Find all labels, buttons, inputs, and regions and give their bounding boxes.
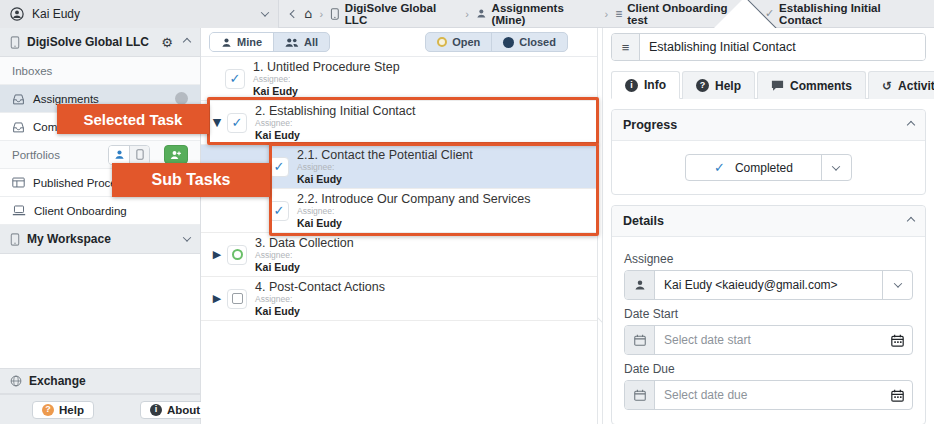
calendar-picker-icon[interactable] — [882, 326, 912, 354]
task-checkbox[interactable]: ✓ — [227, 113, 247, 133]
task-checkbox[interactable]: ✓ — [269, 201, 289, 221]
help-icon: ? — [42, 404, 54, 416]
sidebar-footer: ? Help i About — [0, 394, 200, 424]
progress-card: Progress ✓ Completed — [611, 109, 926, 195]
task-row[interactable]: ✓ 1. Untitled Procedure Step Assignee: K… — [201, 57, 597, 101]
question-icon: ? — [696, 79, 709, 92]
breadcrumb-separator: › — [605, 8, 609, 20]
check-icon: ✓ — [232, 115, 243, 130]
gear-icon[interactable]: ⚙ — [161, 35, 173, 50]
task-row[interactable]: ▼ ✓ 2. Establishing Initial Contact Assi… — [201, 101, 597, 145]
assignee-select[interactable]: Kai Eudy <kaieudy@gmail.com> — [624, 270, 913, 300]
check-icon: ✓ — [274, 203, 285, 218]
sidebar-section-inboxes: Inboxes — [0, 57, 200, 85]
app-window: Kai Eudy ⌂ › DigiSolve Global LLC › Assi… — [0, 0, 934, 424]
exchange-label: Exchange — [29, 374, 190, 388]
task-row[interactable]: ▶ 4. Post-Contact Actions Assignee: Kai … — [201, 277, 597, 321]
filter-all-button[interactable]: All — [273, 33, 329, 51]
open-closed-toggle: Open Closed — [425, 32, 568, 52]
sidebar-item-assignments[interactable]: Assignments — [0, 85, 200, 113]
portfolio-view-toggle[interactable] — [108, 145, 150, 165]
sidebar-item-comments[interactable]: Comments — [0, 113, 200, 141]
about-button[interactable]: i About — [140, 401, 210, 419]
sidebar-workspace-header[interactable]: My Workspace — [0, 225, 200, 254]
sidebar-item-label: Assignments — [33, 93, 99, 105]
detail-tabs: i Info ? Help Comments ↺ Activity — [611, 70, 926, 99]
dropdown-caret[interactable] — [821, 155, 851, 180]
sidebar-item-label: Published Procedures — [33, 177, 146, 189]
assignee-field-label: Assignee — [624, 252, 913, 266]
filter-mine-button[interactable]: Mine — [210, 33, 273, 51]
assignee-name: Kai Eudy — [255, 305, 385, 317]
sidebar-org-header[interactable]: DigiSolve Global LLC ⚙ — [0, 28, 200, 57]
filter-closed-button[interactable]: Closed — [491, 33, 567, 51]
assignee-label: Assignee: — [297, 207, 530, 217]
inbox-tray-icon — [12, 121, 25, 133]
sidebar-section-portfolios: Portfolios — [0, 141, 200, 169]
tab-info[interactable]: i Info — [611, 71, 680, 99]
calendar-picker-icon[interactable] — [882, 381, 912, 409]
tablet-icon — [330, 8, 340, 20]
breadcrumb-org[interactable]: DigiSolve Global LLC — [330, 2, 458, 26]
chevron-up-icon[interactable] — [183, 38, 191, 46]
task-title: 1. Untitled Procedure Step — [253, 60, 400, 74]
open-circle-icon — [232, 249, 243, 260]
tablet-icon — [10, 36, 20, 49]
task-checkbox[interactable]: ✓ — [269, 157, 289, 177]
tablet-view-icon[interactable] — [129, 146, 149, 164]
task-checkbox-unchecked[interactable] — [227, 289, 247, 309]
filter-open-button[interactable]: Open — [426, 33, 491, 51]
sidebar-org-name: DigiSolve Global LLC — [27, 35, 154, 49]
user-menu[interactable]: Kai Eudy — [0, 0, 279, 28]
task-row-selected[interactable]: ✓ 2.1. Contact the Potential Client Assi… — [201, 145, 597, 189]
assignee-label: Assignee: — [255, 251, 354, 261]
date-due-input[interactable] — [655, 381, 882, 409]
person-view-icon[interactable] — [109, 146, 129, 164]
check-icon: ✓ — [714, 160, 725, 175]
details-card-body: Assignee Kai Eudy <kaieudy@gmail.com> Da… — [612, 237, 925, 424]
progress-status-dropdown[interactable]: ✓ Completed — [685, 154, 852, 181]
chevron-down-icon — [183, 233, 191, 241]
task-detail-panel: ≡ i Info ? Help Comments ↺ Activity — [602, 28, 934, 424]
task-checkbox[interactable]: ✓ — [225, 69, 245, 89]
breadcrumb-assignments[interactable]: Assignments (Mine) — [476, 2, 598, 26]
task-title: 2. Establishing Initial Contact — [255, 104, 416, 118]
tab-comments[interactable]: Comments — [757, 71, 866, 99]
tab-activity[interactable]: ↺ Activity — [868, 71, 934, 99]
collapse-icon[interactable] — [907, 217, 915, 225]
tablet-icon — [10, 233, 20, 246]
caret-expanded-icon[interactable]: ▼ — [209, 116, 225, 129]
caret-collapsed-icon[interactable]: ▶ — [209, 248, 225, 261]
help-button[interactable]: ? Help — [32, 401, 94, 419]
breadcrumb-separator: › — [319, 8, 323, 20]
task-title-input[interactable] — [640, 34, 925, 60]
date-start-field-label: Date Start — [624, 307, 913, 321]
date-due-field[interactable] — [624, 380, 913, 410]
assignee-value: Kai Eudy <kaieudy@gmail.com> — [655, 271, 882, 299]
assignments-badge — [175, 92, 188, 105]
sidebar-item-published-procedures[interactable]: Published Procedures — [0, 169, 200, 197]
task-row[interactable]: ▶ 3. Data Collection Assignee: Kai Eudy — [201, 233, 597, 277]
task-row[interactable]: ✓ 2.2. Introduce Our Company and Service… — [201, 189, 597, 233]
add-portfolio-button[interactable] — [164, 145, 188, 164]
sidebar: DigiSolve Global LLC ⚙ Inboxes Assignmen… — [0, 28, 201, 424]
progress-card-header[interactable]: Progress — [612, 110, 925, 141]
select-caret[interactable] — [882, 271, 912, 299]
inbox-tray-icon — [12, 93, 25, 105]
caret-collapsed-icon[interactable]: ▶ — [209, 292, 225, 305]
sidebar-item-client-onboarding[interactable]: Client Onboarding — [0, 197, 200, 225]
history-icon: ↺ — [882, 79, 892, 93]
collapse-icon[interactable] — [907, 121, 915, 129]
top-bar: Kai Eudy ⌂ › DigiSolve Global LLC › Assi… — [0, 0, 934, 28]
assignee-label: Assignee: — [253, 75, 400, 85]
tab-help[interactable]: ? Help — [682, 71, 755, 99]
sidebar-item-exchange[interactable]: Exchange — [0, 368, 200, 394]
breadcrumb-task[interactable]: ✓ Establishing Initial Contact — [765, 2, 922, 26]
date-start-input[interactable] — [655, 326, 882, 354]
calendar-icon — [625, 381, 655, 409]
date-start-field[interactable] — [624, 325, 913, 355]
details-card-header[interactable]: Details — [612, 206, 925, 237]
task-status-open[interactable] — [227, 245, 247, 265]
home-icon[interactable]: ⌂ — [304, 6, 312, 21]
back-icon[interactable] — [290, 9, 298, 17]
